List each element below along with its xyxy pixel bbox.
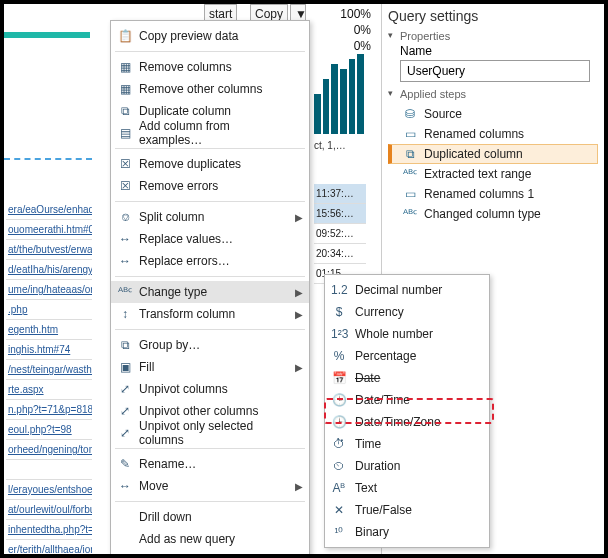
submenu-arrow-icon: ▶ xyxy=(295,362,303,373)
menu-label: Remove other columns xyxy=(139,82,262,96)
menu-move[interactable]: ↔Move▶ xyxy=(111,475,309,497)
url-cell[interactable]: /nest/teingar/wasthth… xyxy=(6,360,92,380)
type-label: Date/Time xyxy=(355,393,410,407)
change-type-submenu: 1.2Decimal number$Currency1²3Whole numbe… xyxy=(324,274,490,548)
type-time[interactable]: ⏱Time xyxy=(325,433,489,455)
type-label: True/False xyxy=(355,503,412,517)
url-cell[interactable]: inhentedtha.php?t=3… xyxy=(6,520,92,540)
step-label: Source xyxy=(424,107,462,121)
type-decimal-number[interactable]: 1.2Decimal number xyxy=(325,279,489,301)
type-date-time[interactable]: 🕒Date/Time xyxy=(325,389,489,411)
menu-rename-[interactable]: ✎Rename… xyxy=(111,453,309,475)
properties-section[interactable]: Properties xyxy=(388,30,598,42)
type-whole-number[interactable]: 1²3Whole number xyxy=(325,323,489,345)
url-cell[interactable]: at/the/butvest/erwayo… xyxy=(6,240,92,260)
type-label: Decimal number xyxy=(355,283,442,297)
applied-steps-section[interactable]: Applied steps xyxy=(388,88,598,100)
url-cell[interactable] xyxy=(6,460,92,480)
menu-icon: ⎊ xyxy=(117,210,133,224)
step-icon: ▭ xyxy=(402,187,418,201)
menu-icon: ↔ xyxy=(117,232,133,246)
url-cell[interactable]: d/eatIha/his/arengyo… xyxy=(6,260,92,280)
step-changed-column-type[interactable]: ᴬᴮᶜChanged column type xyxy=(388,204,598,224)
menu-fill[interactable]: ▣Fill▶ xyxy=(111,356,309,378)
step-label: Renamed columns 1 xyxy=(424,187,534,201)
time-cell[interactable]: 20:34:… xyxy=(314,244,366,264)
pct-100: 100% xyxy=(340,6,371,22)
type-icon: ⏲ xyxy=(331,459,347,473)
distribution-bars xyxy=(314,54,364,134)
menu-remove-other-columns[interactable]: ▦Remove other columns xyxy=(111,78,309,100)
url-cell[interactable]: er/terith/allthaea/ionyouareWa/… 1993-03… xyxy=(6,540,92,558)
menu-icon: ✎ xyxy=(117,457,133,471)
type-icon: 🕒 xyxy=(331,415,347,429)
menu-label: Move xyxy=(139,479,168,493)
step-renamed-columns-[interactable]: ▭Renamed columns 1 xyxy=(388,184,598,204)
menu-remove-columns[interactable]: ▦Remove columns xyxy=(111,56,309,78)
time-cell[interactable]: 11:37:… xyxy=(314,184,366,204)
type-percentage[interactable]: %Percentage xyxy=(325,345,489,367)
url-cell[interactable]: orheed/ngening/tono… xyxy=(6,440,92,460)
url-cell[interactable]: at/ourlewit/oul/forbut… xyxy=(6,500,92,520)
step-icon: ᴬᴮᶜ xyxy=(402,207,418,221)
menu-icon: ⧉ xyxy=(117,104,133,118)
type-text[interactable]: AᴮText xyxy=(325,477,489,499)
menu-remove-errors[interactable]: ☒Remove errors xyxy=(111,175,309,197)
menu-replace-values-[interactable]: ↔Replace values… xyxy=(111,228,309,250)
type-binary[interactable]: ¹⁰Binary xyxy=(325,521,489,543)
url-cell[interactable]: n.php?t=71&p=8180 xyxy=(6,400,92,420)
step-renamed-columns[interactable]: ▭Renamed columns xyxy=(388,124,598,144)
menu-icon: ↔ xyxy=(117,479,133,493)
menu-label: Remove columns xyxy=(139,60,232,74)
menu-add-as-new-query[interactable]: Add as new query xyxy=(111,528,309,550)
type-label: Whole number xyxy=(355,327,433,341)
menu-label: Replace values… xyxy=(139,232,233,246)
step-label: Extracted text range xyxy=(424,167,531,181)
step-source[interactable]: ⛁Source xyxy=(388,104,598,124)
type-date[interactable]: 📅Date xyxy=(325,367,489,389)
type-label: Text xyxy=(355,481,377,495)
url-cell[interactable]: egenth.htm xyxy=(6,320,92,340)
type-date-time-zone[interactable]: 🕒Date/Time/Zone xyxy=(325,411,489,433)
menu-change-type[interactable]: ᴬᴮᶜChange type▶ xyxy=(111,281,309,303)
type-label: Binary xyxy=(355,525,389,539)
menu-replace-errors-[interactable]: ↔Replace errors… xyxy=(111,250,309,272)
url-cell[interactable]: era/eaOurse/enhades,… xyxy=(6,200,92,220)
menu-label: Add column from examples… xyxy=(139,119,291,147)
query-name-input[interactable] xyxy=(400,60,590,82)
menu-add-column-from-examples-[interactable]: ▤Add column from examples… xyxy=(111,122,309,144)
type-currency[interactable]: $Currency xyxy=(325,301,489,323)
time-cell[interactable]: 15:56:… xyxy=(314,204,366,224)
menu-split-column[interactable]: ⎊Split column▶ xyxy=(111,206,309,228)
menu-drill-down[interactable]: Drill down xyxy=(111,506,309,528)
type-true-false[interactable]: ✕True/False xyxy=(325,499,489,521)
url-cell[interactable]: inghis.htm#74 xyxy=(6,340,92,360)
menu-remove-duplicates[interactable]: ☒Remove duplicates xyxy=(111,153,309,175)
name-label: Name xyxy=(400,44,598,58)
menu-group-by-[interactable]: ⧉Group by… xyxy=(111,334,309,356)
menu-icon: ▦ xyxy=(117,60,133,74)
menu-transform-column[interactable]: ↕Transform column▶ xyxy=(111,303,309,325)
step-extracted-text-range[interactable]: ᴬᴮᶜExtracted text range xyxy=(388,164,598,184)
type-duration[interactable]: ⏲Duration xyxy=(325,455,489,477)
menu-icon: ☒ xyxy=(117,157,133,171)
step-duplicated-column[interactable]: ⧉Duplicated column xyxy=(388,144,598,164)
menu-label: Group by… xyxy=(139,338,200,352)
menu-icon: ↕ xyxy=(117,307,133,321)
menu-icon: ⤢ xyxy=(117,426,133,440)
url-cell[interactable]: .php xyxy=(6,300,92,320)
menu-copy-preview-data[interactable]: 📋Copy preview data xyxy=(111,25,309,47)
url-cell[interactable]: ume/ing/hateaas/ome… xyxy=(6,280,92,300)
type-icon: Aᴮ xyxy=(331,481,347,495)
submenu-arrow-icon: ▶ xyxy=(295,309,303,320)
url-cell[interactable]: ouomeerathi.htm#037… xyxy=(6,220,92,240)
time-cell[interactable]: 09:52:… xyxy=(314,224,366,244)
step-icon: ▭ xyxy=(402,127,418,141)
menu-icon: ᴬᴮᶜ xyxy=(117,285,133,299)
menu-label: Unpivot other columns xyxy=(139,404,258,418)
url-cell[interactable]: rte.aspx xyxy=(6,380,92,400)
menu-unpivot-only-selected-columns[interactable]: ⤢Unpivot only selected columns xyxy=(111,422,309,444)
url-cell[interactable]: l/erayoues/entshoes,… xyxy=(6,480,92,500)
menu-unpivot-columns[interactable]: ⤢Unpivot columns xyxy=(111,378,309,400)
url-cell[interactable]: eoul.php?t=98 xyxy=(6,420,92,440)
